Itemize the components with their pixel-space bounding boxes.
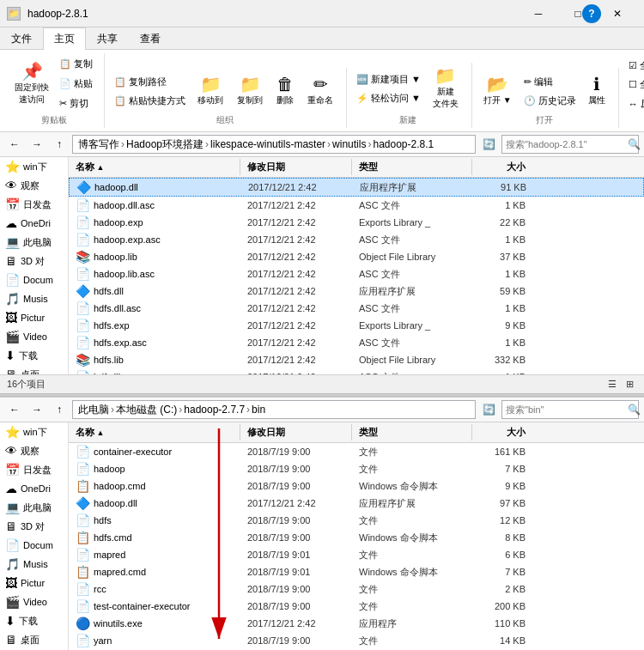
file-row[interactable]: 📋 hadoop.cmd 2018/7/19 9:00 Windows 命令脚本… <box>69 477 644 495</box>
col-type-header-2[interactable]: 类型 <box>352 424 472 440</box>
edit-button[interactable]: ✏ 编辑 <box>519 73 580 91</box>
sidebar-item-1[interactable]: 👁观察 <box>0 441 68 460</box>
search-box-2[interactable]: 🔍 <box>501 400 639 419</box>
new-item-button[interactable]: 🆕 新建项目 ▼ <box>352 70 425 88</box>
easy-access-button[interactable]: ⚡ 轻松访问 ▼ <box>352 89 425 107</box>
col-name-header[interactable]: 名称 <box>69 159 240 175</box>
up-button-2[interactable]: ↑ <box>50 400 69 419</box>
file-row[interactable]: 📄 yarn 2018/7/19 9:00 文件 14 KB <box>69 632 644 649</box>
file-row[interactable]: 📄 mapred 2018/7/19 9:01 文件 6 KB <box>69 546 644 563</box>
col-type-header[interactable]: 类型 <box>352 159 472 175</box>
file-row[interactable]: 📄 hdfs.exp 2017/12/21 2:42 Exports Libra… <box>69 317 644 334</box>
tab-file[interactable]: 文件 <box>0 27 43 50</box>
properties-button[interactable]: ℹ 属性 <box>582 73 611 109</box>
sidebar-item-4[interactable]: 💻此电脑 <box>0 498 68 517</box>
search-box-1[interactable]: 🔍 <box>501 135 639 154</box>
col-date-header[interactable]: 修改日期 <box>240 159 352 175</box>
file-row[interactable]: 🔵 winutils.exe 2017/12/21 2:42 应用程序 110 … <box>69 615 644 632</box>
sidebar-item-9[interactable]: 🎬Video <box>0 327 68 346</box>
help-button[interactable]: ? <box>582 4 601 23</box>
pin-button[interactable]: 📌 固定到快速访问 <box>10 60 53 108</box>
tab-home[interactable]: 主页 <box>43 27 86 50</box>
file-row[interactable]: 📚 hadoop.lib 2017/12/21 2:42 Object File… <box>69 248 644 265</box>
up-button-1[interactable]: ↑ <box>50 135 69 154</box>
file-row[interactable]: 📄 hdfs.exp.asc 2017/12/21 2:42 ASC 文件 1 … <box>69 334 644 351</box>
file-row[interactable]: 🔷 hadoop.dll 2017/12/21 2:42 应用程序扩展 91 K… <box>69 178 644 197</box>
detail-view-button-1[interactable]: ⊞ <box>622 377 637 392</box>
sidebar-item-3[interactable]: ☁OneDri <box>0 214 68 233</box>
col-size-header[interactable]: 大小 <box>472 159 532 175</box>
sidebar-item-8[interactable]: 🖼Pictur <box>0 308 68 327</box>
file-row[interactable]: 📋 mapred.cmd 2018/7/19 9:01 Windows 命令脚本… <box>69 563 644 580</box>
file-row[interactable]: 📄 container-executor 2018/7/19 9:00 文件 1… <box>69 443 644 460</box>
sidebar-item-6[interactable]: 📄Docum <box>0 270 68 289</box>
file-row[interactable]: 🔷 hadoop.dll 2017/12/21 2:42 应用程序扩展 97 K… <box>69 495 644 512</box>
move-to-button[interactable]: 📁 移动到 <box>191 73 229 109</box>
sidebar-item-0[interactable]: ⭐win下 <box>0 422 68 441</box>
invert-select-button[interactable]: ↔ 反向选择 <box>624 94 644 112</box>
delete-button[interactable]: 🗑 删除 <box>270 73 300 109</box>
forward-button-1[interactable]: → <box>27 135 46 154</box>
file-row[interactable]: 📄 hadoop.dll.asc 2017/12/21 2:42 ASC 文件 … <box>69 197 644 214</box>
sidebar-item-9[interactable]: 🎬Video <box>0 592 68 611</box>
sidebar-item-2[interactable]: 📅日发盘 <box>0 195 68 214</box>
file-row[interactable]: 📄 test-container-executor 2018/7/19 9:00… <box>69 598 644 615</box>
search-input-2[interactable] <box>506 404 624 415</box>
address-path-1[interactable]: 博客写作 › Hadoop环境搭建 › likespace-winutils-m… <box>72 135 476 154</box>
minimize-button[interactable]: ─ <box>519 0 558 27</box>
tab-view[interactable]: 查看 <box>129 27 172 50</box>
back-button-2[interactable]: ← <box>5 400 24 419</box>
sidebar-item-4[interactable]: 💻此电脑 <box>0 233 68 252</box>
file-row[interactable]: 📄 hadoop.exp 2017/12/21 2:42 Exports Lib… <box>69 214 644 231</box>
copy-path-button[interactable]: 📋 复制路径 <box>110 73 190 91</box>
paste-button[interactable]: 📄 粘贴 <box>55 75 97 93</box>
open-button[interactable]: 📂 打开 ▼ <box>477 73 518 109</box>
copy-to-button[interactable]: 📁 复制到 <box>231 73 269 109</box>
sidebar-item-6[interactable]: 📄Docum <box>0 536 68 555</box>
history-button[interactable]: 🕐 历史记录 <box>519 92 580 110</box>
sidebar-item-5[interactable]: 🖥3D 对 <box>0 517 68 536</box>
file-row[interactable]: 📚 hdfs.lib 2017/12/21 2:42 Object File L… <box>69 351 644 368</box>
deselect-all-button[interactable]: ☐ 全部取消 <box>624 76 644 94</box>
new-folder-button[interactable]: 📁 新建文件夹 <box>427 64 465 112</box>
file-row[interactable]: 📋 hdfs.cmd 2018/7/19 9:00 Windows 命令脚本 8… <box>69 529 644 546</box>
file-row[interactable]: 📄 hadoop.exp.asc 2017/12/21 2:42 ASC 文件 … <box>69 231 644 248</box>
sidebar-item-10[interactable]: ⬇下载 <box>0 611 68 630</box>
open-buttons: 📂 打开 ▼ ✏ 编辑 🕐 历史记录 ℹ 属性 <box>477 70 611 112</box>
copy-button[interactable]: 📋 复制 <box>55 55 97 73</box>
sidebar-item-2[interactable]: 📅日发盘 <box>0 460 68 479</box>
tab-share[interactable]: 共享 <box>86 27 129 50</box>
file-row[interactable]: 📄 rcc 2018/7/19 9:00 文件 2 KB <box>69 580 644 598</box>
close-button[interactable]: ✕ <box>598 0 637 27</box>
file-row[interactable]: 📄 hadoop 2018/7/19 9:00 文件 7 KB <box>69 460 644 477</box>
sidebar-item-1[interactable]: 👁观察 <box>0 176 68 195</box>
sidebar-item-11[interactable]: 🖥桌面 <box>0 365 68 374</box>
forward-button-2[interactable]: → <box>27 400 46 419</box>
address-path-2[interactable]: 此电脑 › 本地磁盘 (C:) › hadoop-2.7.7 › bin <box>72 400 476 419</box>
file-row[interactable]: 📄 hdfs.lib.asc 2017/12/21 2:42 ASC 文件 1 … <box>69 368 644 374</box>
search-input-1[interactable] <box>506 139 624 149</box>
file-row[interactable]: 📄 hdfs.dll.asc 2017/12/21 2:42 ASC 文件 1 … <box>69 300 644 317</box>
sidebar-item-3[interactable]: ☁OneDri <box>0 479 68 498</box>
cut-button[interactable]: ✂ 剪切 <box>55 94 97 112</box>
file-row[interactable]: 🔷 hdfs.dll 2017/12/21 2:42 应用程序扩展 59 KB <box>69 282 644 300</box>
refresh-button-2[interactable]: 🔄 <box>479 400 498 419</box>
rename-button[interactable]: ✏ 重命名 <box>301 73 339 109</box>
col-date-header-2[interactable]: 修改日期 <box>240 424 352 440</box>
col-name-header-2[interactable]: 名称 <box>69 424 240 440</box>
paste-shortcut-button[interactable]: 📋 粘贴快捷方式 <box>110 92 190 110</box>
select-all-button[interactable]: ☑ 全部选择 <box>624 57 644 75</box>
sidebar-item-7[interactable]: 🎵Musis <box>0 555 68 574</box>
back-button-1[interactable]: ← <box>5 135 24 154</box>
col-size-header-2[interactable]: 大小 <box>472 424 532 440</box>
file-row[interactable]: 📄 hdfs 2018/7/19 9:00 文件 12 KB <box>69 512 644 529</box>
file-row[interactable]: 📄 hadoop.lib.asc 2017/12/21 2:42 ASC 文件 … <box>69 265 644 282</box>
sidebar-item-10[interactable]: ⬇下载 <box>0 346 68 365</box>
refresh-button-1[interactable]: 🔄 <box>479 135 498 154</box>
sidebar-item-8[interactable]: 🖼Pictur <box>0 574 68 592</box>
sidebar-item-0[interactable]: ⭐win下 <box>0 157 68 176</box>
list-view-button-1[interactable]: ☰ <box>605 377 620 392</box>
sidebar-item-11[interactable]: 🖥桌面 <box>0 630 68 649</box>
sidebar-item-5[interactable]: 🖥3D 对 <box>0 252 68 270</box>
sidebar-item-7[interactable]: 🎵Musis <box>0 289 68 308</box>
